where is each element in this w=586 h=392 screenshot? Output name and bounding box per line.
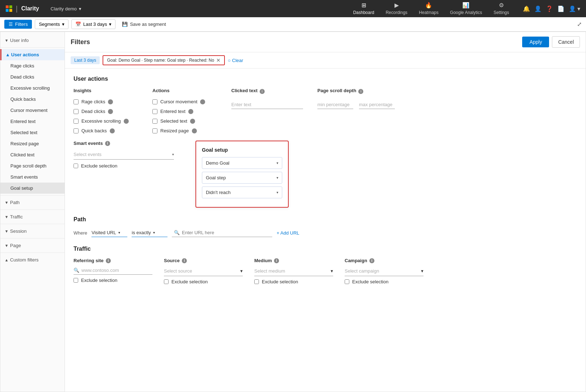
source-info-icon[interactable]: i xyxy=(182,258,187,263)
sidebar-item-dead-clicks[interactable]: Dead clicks xyxy=(0,71,65,82)
referring-site-info-icon[interactable]: i xyxy=(106,258,111,263)
clicked-text-input[interactable] xyxy=(231,100,303,109)
goal-setup-box: Goal setup Demo Goal ▾ Goal step ▾ Didn'… xyxy=(195,141,289,208)
is-exactly-chevron-icon: ▾ xyxy=(153,231,155,235)
sidebar-section-page[interactable]: ▾ Page xyxy=(0,240,65,251)
visited-url-label: Visited URL xyxy=(91,230,116,235)
brand-logo[interactable]: | Clarity xyxy=(6,5,39,13)
sidebar-item-smart-events[interactable]: Smart events xyxy=(0,171,65,183)
sidebar-section-user-actions[interactable]: ▴ User actions xyxy=(0,49,65,60)
sidebar-section-traffic[interactable]: ▾ Traffic xyxy=(0,211,65,222)
nav-recordings-label: Recordings xyxy=(386,10,407,15)
sidebar-item-page-scroll-depth[interactable]: Page scroll depth xyxy=(0,160,65,171)
help-icon[interactable]: ❓ xyxy=(546,5,553,12)
referring-site-col: Referring site i 🔍 Exclude selection xyxy=(74,258,152,284)
quick-backs-checkbox[interactable] xyxy=(74,128,79,133)
rage-clicks-checkbox[interactable] xyxy=(74,99,79,104)
sidebar-item-entered-text[interactable]: Entered text xyxy=(0,116,65,127)
smart-events-info-icon[interactable]: i xyxy=(105,141,110,146)
sidebar-item-clicked-text[interactable]: Clicked text xyxy=(0,149,65,160)
clicked-text-info-icon[interactable]: i xyxy=(260,89,265,94)
source-exclude-checkbox[interactable] xyxy=(164,279,169,284)
sidebar-section-session[interactable]: ▾ Session xyxy=(0,226,65,237)
selected-text-checkbox[interactable] xyxy=(152,119,157,124)
sidebar-item-cursor-movement[interactable]: Cursor movement xyxy=(0,105,65,116)
goal-chip-close-icon[interactable]: ✕ xyxy=(216,57,221,63)
sidebar-section-custom-filters[interactable]: ▴ Custom filters xyxy=(0,254,65,265)
smart-events-exclude-label: Exclude selection xyxy=(81,163,117,169)
cursor-movement-checkbox[interactable] xyxy=(152,99,157,104)
visited-url-chevron-icon: ▾ xyxy=(118,231,120,235)
dead-clicks-info-icon[interactable]: i xyxy=(108,109,113,114)
entered-text-checkbox[interactable] xyxy=(152,109,157,114)
goal-step-label: Goal step xyxy=(206,175,226,180)
sidebar-section-path[interactable]: ▾ Path xyxy=(0,197,65,208)
sidebar-item-rage-clicks[interactable]: Rage clicks xyxy=(0,60,65,71)
rage-clicks-row: Rage clicks i xyxy=(74,99,138,104)
nav-dashboard[interactable]: ⊞ Dashboard xyxy=(348,0,379,18)
source-dropdown[interactable]: Select source ▾ xyxy=(164,266,243,276)
nav-google-analytics[interactable]: 📊 Google Analytics xyxy=(445,0,487,18)
page-scroll-depth-info-icon[interactable]: i xyxy=(358,89,363,94)
goal-reached-dropdown[interactable]: Didn't reach ▾ xyxy=(202,186,282,198)
excessive-scrolling-checkbox[interactable] xyxy=(74,119,79,124)
resized-page-checkbox[interactable] xyxy=(152,128,157,133)
document-icon[interactable]: 📄 xyxy=(557,5,564,12)
smart-events-dropdown[interactable]: Select events ▾ xyxy=(74,150,174,160)
save-as-segment-button[interactable]: 💾 Save as segment xyxy=(118,20,169,29)
url-input[interactable] xyxy=(182,230,270,235)
page-scroll-depth-header: Page scroll depth xyxy=(317,88,356,93)
dead-clicks-checkbox[interactable] xyxy=(74,109,79,114)
time-filter-chip[interactable]: Last 3 days xyxy=(71,56,100,64)
sidebar-item-goal-setup[interactable]: Goal setup xyxy=(0,183,65,194)
sidebar-item-selected-text[interactable]: Selected text xyxy=(0,127,65,138)
medium-dropdown[interactable]: Select medium ▾ xyxy=(254,266,333,276)
campaign-dropdown[interactable]: Select campaign ▾ xyxy=(345,266,424,276)
cancel-button[interactable]: Cancel xyxy=(552,36,580,48)
resized-page-info-icon[interactable]: i xyxy=(192,128,197,133)
sidebar-section-user-info[interactable]: ▾ User info xyxy=(0,35,65,46)
goal-step-dropdown[interactable]: Goal step ▾ xyxy=(202,172,282,184)
selected-text-info-icon[interactable]: i xyxy=(190,119,195,124)
medium-info-icon[interactable]: i xyxy=(274,258,279,263)
selected-text-row: Selected text i xyxy=(152,118,217,124)
last3days-button[interactable]: 📅 Last 3 days ▾ xyxy=(71,19,116,29)
filters-button[interactable]: ☰ Apply Filters xyxy=(4,20,32,29)
is-exactly-dropdown[interactable]: is exactly ▾ xyxy=(132,228,167,237)
share-icon[interactable]: 👤 xyxy=(534,5,542,12)
referring-site-exclude-checkbox[interactable] xyxy=(74,278,78,283)
smart-events-exclude-checkbox[interactable] xyxy=(74,164,78,168)
rage-clicks-info-icon[interactable]: i xyxy=(108,99,113,104)
recordings-icon: ▶ xyxy=(394,2,399,9)
expand-button[interactable]: ⤢ xyxy=(577,21,582,28)
traffic-label: Traffic xyxy=(10,214,23,219)
sidebar-item-quick-backs[interactable]: Quick backs xyxy=(0,94,65,105)
nav-settings[interactable]: ⚙ Settings xyxy=(488,0,514,18)
cursor-movement-info-icon[interactable]: i xyxy=(200,99,205,104)
clear-label: Clear xyxy=(232,58,243,63)
referring-site-input[interactable] xyxy=(81,268,152,273)
excessive-scrolling-info-icon[interactable]: i xyxy=(124,119,129,124)
goal-dropdown[interactable]: Demo Goal ▾ xyxy=(202,157,282,169)
notifications-icon[interactable]: 🔔 xyxy=(523,5,530,12)
visited-url-dropdown[interactable]: Visited URL ▾ xyxy=(91,228,127,237)
entered-text-info-icon[interactable]: i xyxy=(188,109,193,114)
campaign-exclude-checkbox[interactable] xyxy=(345,279,349,284)
scroll-depth-max-input[interactable] xyxy=(359,100,395,109)
nav-recordings[interactable]: ▶ Recordings xyxy=(381,0,412,18)
medium-exclude-checkbox[interactable] xyxy=(254,279,259,284)
dead-clicks-row: Dead clicks i xyxy=(74,109,138,114)
excessive-scrolling-label: Excessive scrolling xyxy=(81,118,121,124)
campaign-info-icon[interactable]: i xyxy=(369,258,374,263)
clear-filters-button[interactable]: ○ Clear xyxy=(228,58,243,63)
add-url-button[interactable]: + Add URL xyxy=(277,230,299,236)
sidebar-item-excessive-scrolling[interactable]: Excessive scrolling xyxy=(0,82,65,94)
project-selector[interactable]: Clarity demo ▾ xyxy=(51,6,81,11)
account-icon[interactable]: 👤 ▾ xyxy=(569,5,580,12)
scroll-depth-min-input[interactable] xyxy=(317,100,353,109)
sidebar-item-resized-page[interactable]: Resized page xyxy=(0,138,65,149)
apply-button[interactable]: Apply xyxy=(522,37,549,47)
segments-button[interactable]: Segments ▾ xyxy=(35,19,68,29)
quick-backs-info-icon[interactable]: i xyxy=(110,128,115,133)
nav-heatmaps[interactable]: 🔥 Heatmaps xyxy=(414,0,444,18)
